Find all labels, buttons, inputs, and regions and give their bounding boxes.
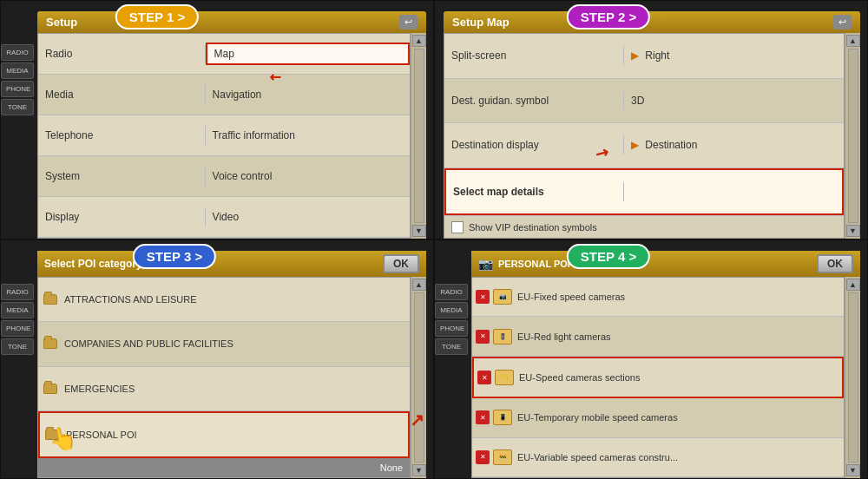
menu-cell-telephone-left: Telephone — [38, 126, 206, 145]
radio-button-3[interactable]: RADIO — [1, 284, 34, 300]
camera-off-icon: ✕ — [476, 290, 490, 304]
phone-button-4[interactable]: PHONE — [435, 320, 468, 337]
tone-button-3[interactable]: TONE — [1, 338, 34, 355]
tone-button[interactable]: TONE — [1, 99, 34, 115]
step2-menu: Split-screen ▶ Right Dest. guidan. symbo… — [444, 33, 845, 239]
step1-panel-body: Radio Map Media Navigation Telephone Tra… — [37, 33, 426, 239]
menu-cell-navigation-right: Navigation — [206, 85, 410, 104]
scroll-down-arrow[interactable]: ▼ — [412, 225, 426, 237]
vip-checkbox[interactable] — [451, 221, 464, 233]
table-row[interactable]: Destination display ▶ Destination — [444, 123, 844, 168]
folder-icon — [43, 384, 57, 394]
table-row[interactable]: Radio Map — [38, 34, 410, 75]
table-row[interactable]: Media Navigation — [38, 75, 410, 115]
poi-attractions-label: ATTRACTIONS AND LEISURE — [64, 294, 197, 305]
list-item[interactable]: ✕ 🚧 EU-Variable speed cameras constru... — [472, 438, 844, 477]
list-item[interactable]: ✕ 📱 EU-Temporary mobile speed cameras — [472, 398, 844, 437]
table-row[interactable]: Telephone Traffic information — [38, 115, 410, 156]
media-button-3[interactable]: MEDIA — [1, 302, 34, 318]
media-button[interactable]: MEDIA — [1, 62, 34, 79]
step1-side-buttons: RADIO MEDIA PHONE TONE — [1, 44, 34, 115]
step1-quadrant: RADIO MEDIA PHONE TONE STEP 1 > Setup ↩ … — [0, 0, 434, 240]
list-item[interactable]: ✕ 🚦 EU-Red light cameras — [472, 317, 844, 356]
step1-menu: Radio Map Media Navigation Telephone Tra… — [37, 33, 411, 239]
table-row[interactable]: Display Video — [38, 197, 410, 238]
step4-badge: STEP 4 > — [567, 244, 650, 269]
scroll-down-arrow[interactable]: ▼ — [846, 464, 860, 476]
menu-cell-splitscreen-left: Split-screen — [444, 46, 624, 65]
step3-header-title: Select POI category — [44, 258, 142, 270]
cam-label-4: EU-Temporary mobile speed cameras — [517, 412, 678, 423]
scroll-track — [414, 49, 424, 223]
step3-panel-body: ATTRACTIONS AND LEISURE COMPANIES AND PU… — [37, 277, 426, 478]
step4-ok-button[interactable]: OK — [817, 254, 853, 273]
menu-cell-radio-left: Radio — [38, 44, 206, 63]
table-row[interactable]: System Voice control — [38, 156, 410, 197]
step4-side-buttons: RADIO MEDIA PHONE TONE — [435, 284, 468, 355]
table-row[interactable]: Split-screen ▶ Right — [444, 34, 844, 79]
cam-label-1: EU-Fixed speed cameras — [517, 292, 625, 302]
step1-scrollbar[interactable]: ▲ ▼ — [411, 33, 426, 239]
menu-cell-voice-right: Voice control — [206, 167, 410, 186]
menu-cell-system-left: System — [38, 167, 206, 186]
media-button-4[interactable]: MEDIA — [435, 302, 468, 318]
camera-thumb-5: 🚧 — [493, 449, 512, 465]
step1-badge: STEP 1 > — [115, 4, 199, 30]
step2-badge: STEP 2 > — [567, 4, 650, 30]
list-item[interactable]: COMPANIES AND PUBLIC FACILITIES — [38, 322, 410, 366]
scroll-up-arrow[interactable]: ▲ — [846, 279, 860, 291]
step3-scrollbar[interactable]: ▲ ▼ — [411, 277, 426, 478]
phone-button[interactable]: PHONE — [1, 81, 34, 97]
step2-scrollbar[interactable]: ▲ ▼ — [845, 33, 860, 239]
list-item[interactable]: ✕ 📷 EU-Fixed speed cameras — [472, 278, 844, 317]
menu-cell-splitscreen-right: ▶ Right — [624, 46, 844, 65]
scroll-track — [414, 292, 424, 463]
step4-quadrant: RADIO MEDIA PHONE TONE STEP 4 > 📷 PERSON… — [434, 240, 868, 479]
camera-off-icon: ✕ — [476, 330, 490, 344]
step4-scrollbar[interactable]: ▲ ▼ — [845, 277, 860, 478]
radio-button-4[interactable]: RADIO — [435, 284, 468, 300]
play-arrow-icon: ▶ — [631, 49, 639, 62]
vip-checkbox-label: Show VIP destination symbols — [469, 222, 597, 233]
list-item[interactable]: EMERGENCIES — [38, 367, 410, 411]
step4-header: 📷 PERSONAL POI OK — [471, 251, 860, 277]
scroll-up-arrow[interactable]: ▲ — [846, 35, 860, 47]
step2-back-button[interactable]: ↩ — [833, 15, 852, 30]
step3-header: Select POI category OK — [37, 251, 426, 277]
step2-header: Setup Map ↩ — [444, 11, 860, 33]
step1-back-button[interactable]: ↩ — [399, 15, 418, 30]
vip-checkbox-row[interactable]: Show VIP destination symbols — [444, 215, 844, 238]
poi-personalpoi-label: PERSONAL POI — [66, 430, 137, 440]
scroll-up-arrow[interactable]: ▲ — [412, 35, 426, 47]
camera-thumb-4: 📱 — [493, 410, 512, 425]
tone-button-4[interactable]: TONE — [435, 338, 468, 355]
list-item[interactable]: PERSONAL POI — [38, 411, 410, 458]
folder-icon — [45, 430, 59, 440]
camera-off-icon: ✕ — [476, 410, 490, 424]
table-row[interactable]: Dest. guidan. symbol 3D — [444, 79, 844, 124]
cam-label-5: EU-Variable speed cameras constru... — [517, 452, 678, 463]
step3-ok-button[interactable]: OK — [383, 254, 419, 273]
table-row[interactable]: Select map details — [444, 168, 844, 216]
menu-cell-3d-right: 3D — [624, 91, 844, 110]
phone-button-3[interactable]: PHONE — [1, 320, 34, 337]
scroll-track — [848, 49, 858, 223]
scroll-down-arrow[interactable]: ▼ — [412, 464, 426, 476]
camera-thumb-2: 🚦 — [493, 329, 512, 344]
menu-cell-destination-right: ▶ Destination — [624, 135, 844, 154]
scroll-down-arrow[interactable]: ▼ — [846, 225, 860, 237]
menu-cell-video-right: Video — [206, 207, 410, 226]
step1-header-title: Setup — [46, 16, 77, 29]
camera-off-icon: ✕ — [477, 371, 491, 384]
list-item[interactable]: ✕ 📏 EU-Speed cameras sections — [472, 357, 844, 398]
cam-label-3: EU-Speed cameras sections — [519, 372, 640, 383]
step3-side-buttons: RADIO MEDIA PHONE TONE — [1, 284, 34, 355]
poi-emergencies-label: EMERGENCIES — [64, 384, 135, 394]
scroll-up-arrow[interactable]: ▲ — [412, 279, 426, 291]
camera-off-icon: ✕ — [476, 450, 490, 464]
scroll-track — [848, 292, 858, 463]
step4-camera-icon: 📷 — [478, 257, 493, 271]
list-item[interactable]: ATTRACTIONS AND LEISURE — [38, 278, 410, 322]
radio-button[interactable]: RADIO — [1, 44, 34, 61]
step4-menu: ✕ 📷 EU-Fixed speed cameras ✕ 🚦 EU-Red li… — [471, 277, 845, 478]
